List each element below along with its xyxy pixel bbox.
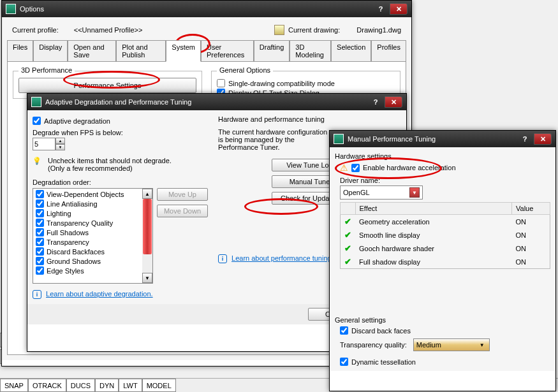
table-row[interactable]: ✔Full shadow displayON [341,255,550,269]
driver-dropdown[interactable]: OpenGL ▼ [340,185,423,200]
list-item-checkbox[interactable] [36,209,44,217]
move-down-button[interactable]: Move Down [157,205,208,217]
cb-enable-hw-accel[interactable] [351,164,360,172]
current-profile-label: Current profile: [12,26,59,34]
list-item-label: Line Antialiasing [47,200,98,208]
table-row[interactable]: ✔Geometry accelerationON [341,215,550,229]
list-item-checkbox[interactable] [36,228,44,236]
app-icon [334,134,344,144]
list-item[interactable]: Edge Styles [34,266,152,275]
cb-discard-back-faces[interactable] [340,326,348,335]
effect-value: ON [512,228,550,242]
scroll-thumb[interactable] [143,199,152,254]
help-button[interactable]: ? [367,96,385,108]
col-value: Value [512,203,550,215]
list-item[interactable]: Ground Shadows [34,256,152,266]
hw-desc: The current hardware configuration is be… [218,128,333,151]
effect-name: Full shadow display [355,255,512,269]
close-button[interactable]: ✕ [534,133,552,145]
list-item[interactable]: Transparency [34,237,152,247]
list-item[interactable]: View-Dependent Objects [34,189,152,199]
cb-dynamic-label: Dynamic tessellation [351,358,416,366]
table-row[interactable]: ✔Gooch hardware shaderON [341,242,550,255]
transparency-dropdown[interactable]: Medium ▼ [413,338,490,351]
listbox-scrollbar[interactable]: ▲ ▼ [142,189,152,283]
status-otrack[interactable]: OTRACK [28,379,66,392]
manual-title: Manual Performance Tuning [348,135,436,143]
list-item[interactable]: Discard Backfaces [34,247,152,256]
options-title: Options [20,5,44,13]
status-model[interactable]: MODEL [142,379,176,392]
tab-files[interactable]: Files [7,40,33,61]
list-item-label: Discard Backfaces [47,248,105,256]
list-item-checkbox[interactable] [36,238,44,246]
status-snap[interactable]: SNAP [0,379,28,392]
fps-label: Degrade when FPS is below: [33,129,208,136]
status-lwt[interactable]: LWT [119,379,142,392]
tab-selection[interactable]: Selection [331,40,371,61]
options-tabs: Files Display Open and Save Plot and Pub… [7,40,406,62]
list-item-checkbox[interactable] [36,257,44,265]
check-icon: ✔ [344,217,351,226]
tab-user-preferences[interactable]: User Preferences [201,40,254,61]
list-item-label: Edge Styles [47,267,84,275]
list-item[interactable]: Line Antialiasing [34,199,152,208]
tab-drafting[interactable]: Drafting [254,40,290,61]
list-item-checkbox[interactable] [36,266,44,275]
learn-adaptive-link[interactable]: Learn about adaptive degradation. [46,290,153,298]
fps-up[interactable]: ▲ [55,138,65,144]
general-settings-label: General settings [335,316,550,324]
move-up-button[interactable]: Move Up [157,188,208,201]
close-button[interactable]: ✕ [390,3,407,15]
list-item-label: Ground Shadows [47,258,101,265]
fps-input[interactable] [33,138,55,150]
info-icon: i [33,290,41,299]
check-icon: ✔ [344,243,351,253]
table-row[interactable]: ✔Smooth line displayON [341,228,550,242]
chevron-down-icon: ▼ [478,340,487,349]
help-button[interactable]: ? [372,3,390,15]
chevron-down-icon: ▼ [409,187,420,198]
degradation-listbox[interactable]: View-Dependent ObjectsLine AntialiasingL… [33,188,153,284]
list-item[interactable]: Transparency Quality [34,218,152,228]
info-icon: i [218,254,227,263]
learn-perf-link[interactable]: Learn about performance tuning. [231,254,334,262]
tab-profiles[interactable]: Profiles [371,40,406,61]
tab-3d-modeling[interactable]: 3D Modeling [290,40,331,61]
list-item-checkbox[interactable] [36,190,44,198]
fps-spinner[interactable]: ▲ ▼ [33,138,208,150]
status-dyn[interactable]: DYN [95,379,119,392]
fps-down[interactable]: ▼ [55,144,65,150]
close-button[interactable]: ✕ [385,96,402,108]
list-item-label: Lighting [47,210,71,217]
list-item-checkbox[interactable] [36,200,44,208]
uncheck-hint-1: Uncheck items that should not degrade. [48,157,172,164]
effect-name: Geometry acceleration [355,215,512,229]
status-ducs[interactable]: DUCS [66,379,95,392]
tab-open-and-save[interactable]: Open and Save [68,40,116,61]
list-item-label: Transparency [47,238,89,246]
tab-plot-and-publish[interactable]: Plot and Publish [116,40,166,61]
cb-single-drawing[interactable] [217,79,225,87]
cb-adaptive-degradation[interactable] [33,117,41,125]
list-item[interactable]: Full Shadows [34,228,152,237]
performance-settings-button[interactable]: Performance Settings [18,78,196,93]
tab-system[interactable]: System [166,40,201,62]
hw-settings-label: Hardware settings [335,152,550,160]
group-general-legend: General Options [217,66,273,74]
effect-name: Gooch hardware shader [355,242,512,255]
list-item-checkbox[interactable] [36,219,44,227]
adaptive-title: Adaptive Degradation and Performance Tun… [45,98,191,106]
options-titlebar: Options ? ✕ [2,1,411,17]
list-item-checkbox[interactable] [36,247,44,256]
help-button[interactable]: ? [516,133,534,145]
group-3d-legend: 3D Performance [18,66,75,74]
scroll-up[interactable]: ▲ [142,189,152,199]
tab-display[interactable]: Display [33,40,68,61]
adaptive-titlebar: Adaptive Degradation and Performance Tun… [27,94,406,110]
cb-dynamic-tessellation[interactable] [340,358,348,366]
effect-value: ON [512,255,550,269]
driver-name-label: Driver name: [340,177,550,184]
scroll-down[interactable]: ▼ [142,273,152,283]
list-item[interactable]: Lighting [34,208,152,218]
